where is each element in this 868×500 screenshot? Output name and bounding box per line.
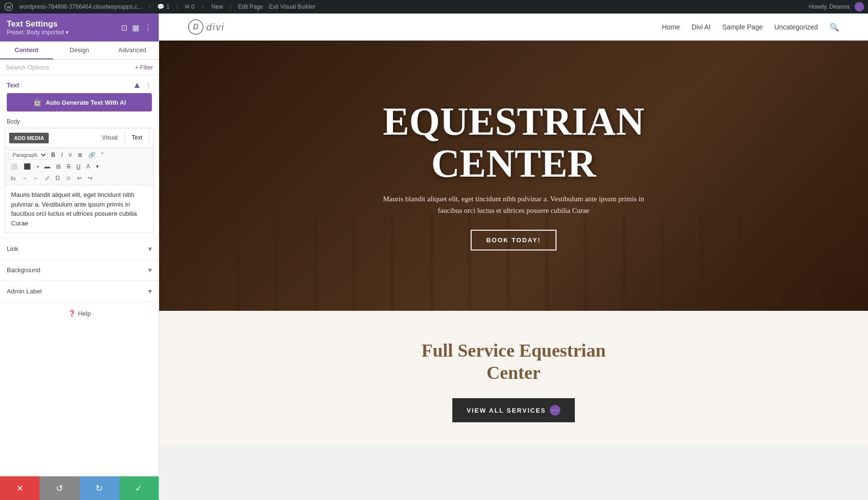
redo-button[interactable]: ↪ bbox=[85, 173, 95, 183]
admin-bar-actions: Howdy, Deanna bbox=[809, 2, 865, 12]
toolbar-row-1: Paragraph B I ≡ ≣ 🔗 " bbox=[8, 150, 150, 160]
admin-bar: W wordpress-784896-3766464.cloudwaysapps… bbox=[0, 0, 868, 14]
undo-button[interactable]: ↩ bbox=[75, 173, 84, 183]
unordered-list-button[interactable]: ≡ bbox=[66, 150, 74, 160]
admin-label-section[interactable]: Admin Label ▾ bbox=[0, 280, 159, 302]
redo-icon: ↻ bbox=[95, 483, 103, 494]
save-icon: ✓ bbox=[135, 483, 142, 494]
responsive-icon[interactable]: ⊡ bbox=[121, 23, 127, 32]
paragraph-select[interactable]: Paragraph bbox=[8, 150, 48, 160]
view-services-button[interactable]: VIEW ALL SERVICES ··· bbox=[452, 398, 575, 422]
admin-site-url[interactable]: wordpress-784896-3766464.cloudwaysapps.c… bbox=[19, 3, 142, 10]
admin-comments[interactable]: 💬 1 bbox=[157, 3, 170, 10]
bold-button[interactable]: B bbox=[49, 150, 58, 160]
blockquote-button[interactable]: " bbox=[99, 150, 106, 160]
save-button[interactable]: ✓ bbox=[119, 476, 159, 500]
hero-section: EQUESTRIAN CENTER Mauris blandit aliquet… bbox=[159, 41, 868, 311]
nav-home[interactable]: Home bbox=[662, 23, 680, 31]
ai-icon: 🤖 bbox=[33, 98, 42, 107]
sidebar-title: Text Settings bbox=[7, 19, 68, 29]
text-color-button[interactable]: A bbox=[84, 162, 93, 171]
editor-tab-visual[interactable]: Visual bbox=[95, 131, 124, 145]
nav-sample-page[interactable]: Sample Page bbox=[722, 23, 763, 31]
emoji-button[interactable]: ☺ bbox=[63, 173, 74, 183]
filter-button[interactable]: + Filter bbox=[135, 64, 153, 71]
strikethrough-button[interactable]: S bbox=[64, 162, 73, 171]
omega-button[interactable]: Ω bbox=[53, 173, 62, 183]
nav-uncategorized[interactable]: Uncategorized bbox=[774, 23, 818, 31]
admin-howdy: Howdy, Deanna bbox=[809, 3, 850, 10]
sidebar: Text Settings Preset: Body imported ▾ ⊡ … bbox=[0, 14, 159, 500]
fullscreen-button[interactable]: ⤢ bbox=[42, 173, 52, 183]
link-button[interactable]: 🔗 bbox=[86, 150, 98, 160]
editor-content[interactable]: Mauris blandit aliquet elit, eget tincid… bbox=[5, 185, 153, 233]
redo-history-button[interactable]: ↻ bbox=[80, 476, 119, 500]
tab-advanced[interactable]: Advanced bbox=[106, 42, 159, 59]
more-icon[interactable]: ⋮ bbox=[144, 23, 152, 32]
search-options-bar: + Filter bbox=[0, 60, 159, 75]
below-hero-section: Full Service Equestrian Center VIEW ALL … bbox=[159, 311, 868, 446]
tab-design[interactable]: Design bbox=[53, 42, 106, 59]
admin-messages[interactable]: ✉ 0 bbox=[185, 3, 195, 10]
align-left-button[interactable]: ⬜ bbox=[8, 162, 20, 171]
more-toolbar-button[interactable]: ▾ bbox=[94, 162, 101, 171]
sidebar-header-icons: ⊡ ▦ ⋮ bbox=[121, 23, 152, 32]
site-logo: D divi bbox=[188, 19, 225, 35]
svg-text:W: W bbox=[7, 5, 11, 10]
search-input[interactable] bbox=[6, 64, 132, 71]
site-navigation: Home Divi AI Sample Page Uncategorized 🔍 bbox=[662, 23, 839, 32]
sidebar-title-block: Text Settings Preset: Body imported ▾ bbox=[7, 19, 68, 36]
below-hero-title: Full Service Equestrian Center bbox=[417, 340, 610, 384]
cancel-button[interactable]: ✕ bbox=[0, 476, 40, 500]
admin-label-chevron: ▾ bbox=[148, 287, 152, 296]
ai-generate-button[interactable]: 🤖 Auto Generate Text With Al bbox=[7, 93, 152, 111]
columns-icon[interactable]: ▦ bbox=[132, 23, 139, 32]
add-media-button[interactable]: ADD MEDIA bbox=[9, 133, 49, 143]
toolbar-row-2: ⬜ ⬛ ▪ ▬ ⊞ S U A ▾ bbox=[8, 162, 150, 171]
outdent-button[interactable]: ← bbox=[31, 173, 41, 183]
editor-toolbar: Paragraph B I ≡ ≣ 🔗 " ⬜ ⬛ ▪ ▬ ⊞ S U bbox=[5, 148, 153, 185]
hero-canvas: EQUESTRIAN CENTER Mauris blandit aliquet… bbox=[159, 41, 868, 311]
background-chevron: ▾ bbox=[148, 265, 152, 275]
hero-cta-button[interactable]: BOOK TODAY! bbox=[471, 230, 556, 250]
nav-divi-ai[interactable]: Divi AI bbox=[692, 23, 711, 31]
toolbar-row-3: x₂ → ← ⤢ Ω ☺ ↩ ↪ bbox=[8, 173, 150, 183]
subscript-button[interactable]: x₂ bbox=[8, 173, 18, 183]
sidebar-header: Text Settings Preset: Body imported ▾ ⊡ … bbox=[0, 14, 159, 42]
sidebar-preset: Preset: Body imported ▾ bbox=[7, 29, 68, 36]
align-right-button[interactable]: ▪ bbox=[34, 162, 41, 171]
editor-tab-text[interactable]: Text bbox=[124, 131, 149, 145]
tab-content[interactable]: Content bbox=[0, 42, 53, 59]
editor-area: ADD MEDIA Visual Text Paragraph B I ≡ ≣ … bbox=[5, 128, 154, 233]
hero-subtitle: Mauris blandit aliquet elit, eget tincid… bbox=[379, 193, 649, 216]
site-navbar: D divi Home Divi AI Sample Page Uncatego… bbox=[159, 14, 868, 41]
underline-button[interactable]: U bbox=[74, 162, 83, 171]
undo-icon: ↺ bbox=[56, 483, 63, 494]
text-section-menu[interactable]: ⋮ bbox=[145, 82, 152, 89]
main-content: D divi Home Divi AI Sample Page Uncatego… bbox=[159, 14, 868, 500]
italic-button[interactable]: I bbox=[59, 150, 65, 160]
loading-dots-icon: ··· bbox=[550, 405, 560, 416]
help-section: ❓ Help bbox=[0, 302, 159, 325]
wordpress-logo: W bbox=[4, 2, 14, 12]
background-section[interactable]: Background ▾ bbox=[0, 259, 159, 280]
table-button[interactable]: ⊞ bbox=[54, 162, 63, 171]
admin-edit-page[interactable]: Edit Page bbox=[238, 3, 263, 10]
admin-new[interactable]: New bbox=[211, 3, 223, 10]
site-search-icon[interactable]: 🔍 bbox=[829, 23, 839, 32]
text-section-collapse[interactable]: ▲ bbox=[133, 80, 141, 90]
help-button[interactable]: ❓ Help bbox=[68, 310, 91, 317]
align-justify-button[interactable]: ▬ bbox=[42, 162, 53, 171]
link-chevron: ▾ bbox=[148, 244, 152, 253]
align-center-button[interactable]: ⬛ bbox=[21, 162, 33, 171]
undo-history-button[interactable]: ↺ bbox=[40, 476, 79, 500]
hero-title: EQUESTRIAN CENTER bbox=[383, 101, 644, 184]
app-layout: Text Settings Preset: Body imported ▾ ⊡ … bbox=[0, 0, 868, 500]
indent-button[interactable]: → bbox=[19, 173, 30, 183]
cancel-icon: ✕ bbox=[16, 483, 24, 494]
admin-exit-builder[interactable]: Exit Visual Builder bbox=[269, 3, 316, 10]
divi-logo-d: D bbox=[188, 19, 203, 35]
help-icon: ❓ bbox=[68, 310, 76, 317]
link-section[interactable]: Link ▾ bbox=[0, 238, 159, 259]
ordered-list-button[interactable]: ≣ bbox=[75, 150, 85, 160]
